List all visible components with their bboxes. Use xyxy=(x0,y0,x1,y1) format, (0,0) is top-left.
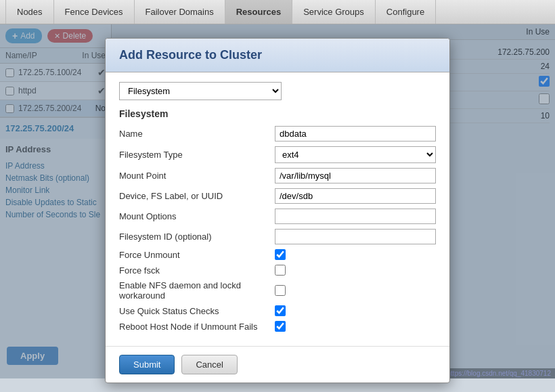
nav-service-groups[interactable]: Service Groups xyxy=(292,0,376,24)
nav-resources[interactable]: Resources xyxy=(225,0,292,24)
field-checkbox-force-unmount[interactable] xyxy=(275,249,286,260)
resource-type-select[interactable]: Filesystem IP Address Script Tomcat-6 Ap… xyxy=(119,82,282,100)
field-label-device: Device, FS Label, or UUID xyxy=(119,191,275,201)
form-row-mount-point: Mount Point xyxy=(119,168,436,183)
field-select-fs-type[interactable]: ext4ext3ext2xfsnfs xyxy=(275,146,436,163)
modal-header: Add Resource to Cluster xyxy=(106,39,449,72)
nav-failover-domains[interactable]: Failover Domains xyxy=(134,0,225,24)
field-checkbox-force-fsck[interactable] xyxy=(275,265,286,276)
form-row-fs-id: Filesystem ID (optional) xyxy=(119,229,436,244)
section-title: Filesystem xyxy=(119,108,436,119)
field-label-reboot-host: Reboot Host Node if Unmount Fails xyxy=(119,322,275,332)
field-input-fs-id[interactable] xyxy=(275,229,436,244)
field-input-name[interactable] xyxy=(275,126,436,141)
field-checkbox-nfs[interactable] xyxy=(275,285,286,296)
form-row-device: Device, FS Label, or UUID xyxy=(119,188,436,204)
form-row-name: Name xyxy=(119,126,436,141)
nav-fence-devices[interactable]: Fence Devices xyxy=(53,0,135,24)
form-row-fs-type: Filesystem Type ext4ext3ext2xfsnfs xyxy=(119,146,436,163)
form-row-quick-status: Use Quick Status Checks xyxy=(119,305,436,316)
field-label-fs-id: Filesystem ID (optional) xyxy=(119,232,275,242)
form-row-force-unmount: Force Unmount xyxy=(119,249,436,260)
nav-nodes[interactable]: Nodes xyxy=(5,0,54,24)
modal-footer: Submit Cancel xyxy=(106,346,449,383)
field-label-mount-options: Mount Options xyxy=(119,211,275,221)
top-navigation: Nodes Fence Devices Failover Domains Res… xyxy=(0,0,555,24)
nav-configure[interactable]: Configure xyxy=(375,0,436,24)
field-label-fs-type: Filesystem Type xyxy=(119,150,275,160)
modal-dialog: Add Resource to Cluster Filesystem IP Ad… xyxy=(105,38,450,383)
cancel-button[interactable]: Cancel xyxy=(181,355,237,374)
form-row-force-fsck: Force fsck xyxy=(119,265,436,276)
field-label-mount-point: Mount Point xyxy=(119,171,275,181)
field-checkbox-quick-status[interactable] xyxy=(275,305,286,316)
modal-overlay: Add Resource to Cluster Filesystem IP Ad… xyxy=(0,24,555,378)
field-input-device[interactable] xyxy=(275,188,436,204)
main-content: Add Delete Name/IP In Use 172.25.75.100/… xyxy=(0,24,555,378)
field-label-nfs: Enable NFS daemon and lockd workaround xyxy=(119,280,275,301)
modal-title: Add Resource to Cluster xyxy=(119,48,436,62)
submit-button[interactable]: Submit xyxy=(119,355,175,374)
field-label-force-unmount: Force Unmount xyxy=(119,250,275,260)
form-row-reboot-host: Reboot Host Node if Unmount Fails xyxy=(119,321,436,332)
field-input-mount-point[interactable] xyxy=(275,168,436,183)
modal-body: Filesystem IP Address Script Tomcat-6 Ap… xyxy=(106,72,449,346)
field-label-name: Name xyxy=(119,129,275,139)
field-label-force-fsck: Force fsck xyxy=(119,265,275,276)
field-input-mount-options[interactable] xyxy=(275,209,436,224)
form-row-mount-options: Mount Options xyxy=(119,209,436,224)
field-label-quick-status: Use Quick Status Checks xyxy=(119,306,275,316)
form-row-nfs: Enable NFS daemon and lockd workaround xyxy=(119,280,436,301)
field-checkbox-reboot-host[interactable] xyxy=(275,321,286,332)
